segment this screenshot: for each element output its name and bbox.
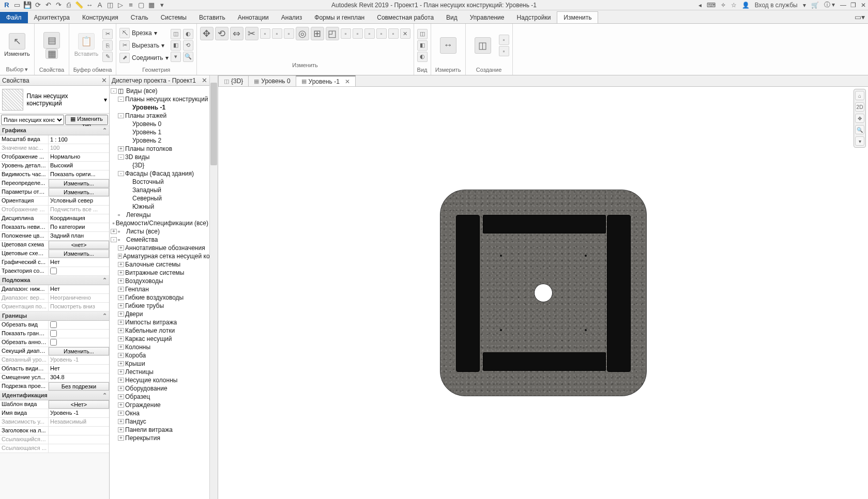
tree-item[interactable]: +Короба (111, 351, 208, 360)
switch-window-icon[interactable]: ▦ (147, 1, 156, 10)
print-icon[interactable]: ⎙ (64, 1, 73, 10)
tree-item[interactable]: +Панели витража (111, 426, 208, 434)
prop-value[interactable] (49, 338, 109, 347)
scroll-thumb[interactable] (210, 83, 217, 165)
help-icon[interactable]: ⓘ ▾ (823, 1, 836, 9)
prop-value[interactable]: Задний план (49, 232, 109, 240)
drawing-canvas[interactable]: ⌂ 2D ✥ 🔍 ▾ (218, 87, 868, 499)
move-icon[interactable]: ✥ (200, 27, 214, 40)
tree-item[interactable]: +Кабельные лотки (111, 326, 208, 335)
prop-value[interactable]: Показать ориги... (49, 170, 109, 179)
sign-in-chevron-icon[interactable]: ▾ (802, 2, 807, 9)
prop-input[interactable] (50, 136, 108, 143)
cope-tool[interactable]: ⛏Врезка ▾ (119, 27, 169, 39)
prop-row[interactable]: ДисциплинаКоординация (0, 214, 109, 223)
prop-value[interactable] (49, 435, 109, 444)
ribbon-tab[interactable]: Сталь (125, 12, 155, 23)
m2-icon[interactable]: ▫ (272, 28, 282, 39)
prop-value[interactable]: По категории (49, 223, 109, 231)
geom-d-icon[interactable]: ◐ (183, 29, 193, 39)
tree-item[interactable]: +Пандус (111, 417, 208, 426)
group-graphics[interactable]: Графика⌃ (0, 126, 109, 135)
measure-tool[interactable]: ↔ (434, 36, 462, 55)
geom-b-icon[interactable]: ◧ (171, 40, 181, 51)
tree-item[interactable]: Северный (111, 194, 208, 202)
c1-icon[interactable]: ▫ (499, 35, 509, 45)
wall-right[interactable] (607, 215, 631, 372)
paste-tool[interactable]: 📋 Вставить (72, 32, 100, 58)
group-extents[interactable]: Границы⌃ (0, 311, 109, 321)
ribbon-tab[interactable]: Надстройки (511, 12, 557, 23)
tree-item[interactable]: +Оборудование (111, 384, 208, 393)
prop-row[interactable]: Цветовая схема<нет> (0, 241, 109, 250)
tree-item[interactable]: ▫Ведомости/Спецификации (все) (111, 219, 208, 227)
nav-left-icon[interactable]: ◂ (697, 2, 703, 9)
tree-item[interactable]: -▫Семейства (111, 236, 208, 244)
tree-item[interactable]: +Колонны (111, 343, 208, 351)
ribbon-tab[interactable]: Конструкция (76, 12, 125, 23)
expander-icon[interactable]: + (118, 287, 124, 292)
geom-cut-tool[interactable]: ✂Вырезать ▾ (119, 40, 169, 51)
geom-f-icon[interactable]: 🔍 (183, 52, 193, 62)
tree-item[interactable]: +Двери (111, 310, 208, 318)
tree-item[interactable]: Уровень 0 (111, 120, 208, 128)
expander-icon[interactable]: + (118, 328, 124, 333)
prop-value[interactable] (49, 135, 109, 144)
prop-checkbox[interactable] (50, 321, 57, 328)
prop-row[interactable]: Отображение ...Нормально (0, 153, 109, 162)
prop-row[interactable]: Отображение п...Подчистить все ... (0, 206, 109, 214)
v1-icon[interactable]: ◫ (417, 29, 428, 39)
wall-left[interactable] (456, 215, 480, 372)
tree-item[interactable]: -Фасады (Фасад здания) (111, 169, 208, 178)
tree-item[interactable]: Западный (111, 186, 208, 194)
tree-item[interactable]: +Каркас несущий (111, 335, 208, 343)
ribbon-tab[interactable]: Вставить (193, 12, 232, 23)
prop-row[interactable]: Уровень детали...Высокий (0, 162, 109, 170)
prop-checkbox[interactable] (50, 330, 57, 337)
prop-row[interactable]: Смещение усл...304.8 (0, 373, 109, 382)
tree-item[interactable]: +Гибкие трубы (111, 302, 208, 310)
prop-value[interactable]: Неограниченно (49, 294, 109, 302)
prop-value[interactable]: Нет (49, 285, 109, 293)
cut-icon[interactable]: ✂ (102, 29, 113, 39)
modify-tool[interactable]: ↖ Изменить (3, 32, 31, 58)
minimize-icon[interactable]: — (839, 2, 846, 9)
prop-value[interactable] (49, 267, 109, 275)
expander-icon[interactable]: + (118, 419, 124, 424)
tree-root[interactable]: - ◫ Виды (все) (111, 87, 208, 95)
prop-value[interactable] (49, 427, 109, 435)
restore-icon[interactable]: ❐ (849, 2, 857, 9)
tree-item[interactable]: Южный (111, 202, 208, 211)
save-icon[interactable]: 💾 (23, 1, 32, 10)
prop-value[interactable]: 304.8 (49, 373, 109, 382)
prop-value[interactable]: Высокий (49, 162, 109, 170)
view-tab[interactable]: ▦Уровень -1✕ (296, 75, 356, 86)
prop-value[interactable]: Независимый (49, 418, 109, 426)
tree-item[interactable]: +Лестницы (111, 368, 208, 376)
opening-circle[interactable] (534, 284, 553, 302)
v2-icon[interactable]: ◧ (417, 40, 428, 51)
tree-item[interactable]: ▫Легенды (111, 211, 208, 219)
prop-row[interactable]: Цветовые схем...Изменить... (0, 250, 109, 258)
nav-pan-icon[interactable]: ✥ (855, 114, 864, 123)
prop-value[interactable]: Изменить... (49, 188, 109, 196)
prop-row[interactable]: Параметры ото...Изменить... (0, 188, 109, 197)
expander-icon[interactable]: + (118, 278, 124, 284)
expander-icon[interactable]: + (118, 345, 124, 350)
expander-icon[interactable]: - (118, 113, 124, 118)
user-icon[interactable]: 👤 (741, 2, 751, 9)
ribbon-tab[interactable]: Анализ (275, 12, 309, 23)
prop-row[interactable]: Область видим...Нет (0, 365, 109, 373)
prop-row[interactable]: Обрезать вид (0, 321, 109, 330)
geom-e-icon[interactable]: ⟲ (183, 40, 193, 51)
tree-item[interactable]: -3D виды (111, 153, 208, 161)
view-tab[interactable]: ◫{3D} (218, 75, 249, 86)
expander-icon[interactable]: + (118, 146, 124, 151)
ribbon-tab[interactable]: Вид (440, 12, 464, 23)
app-logo[interactable]: R (2, 1, 11, 10)
m6-icon[interactable]: ▫ (364, 28, 375, 39)
tree-item[interactable]: -Планы несущих конструкций (111, 95, 208, 103)
expander-icon[interactable]: + (118, 320, 124, 325)
expander-icon[interactable]: + (118, 369, 124, 375)
match-icon[interactable]: ✎ (102, 52, 113, 62)
